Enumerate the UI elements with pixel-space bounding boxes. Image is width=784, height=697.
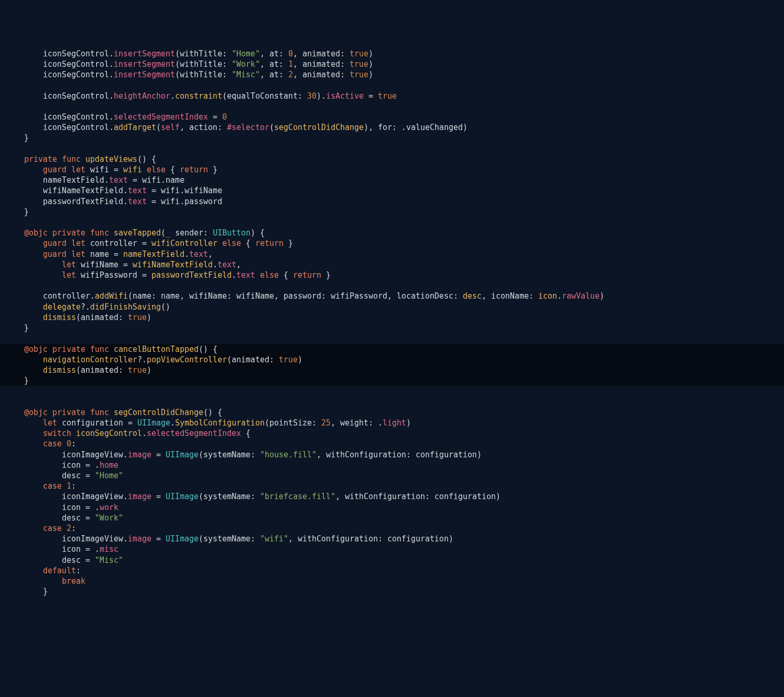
code-line: } [0, 207, 34, 217]
code-line [0, 397, 15, 407]
code-line: dismiss(animated: true) [0, 365, 157, 375]
code-line: controller.addWifi(name: name, wifiName:… [0, 291, 610, 301]
code-line: icon = .misc [0, 545, 124, 554]
code-line [0, 102, 15, 111]
code-line: let wifiName = wifiNameTextField.text, [0, 260, 247, 269]
code-line: } [0, 587, 53, 596]
code-line: icon = .work [0, 503, 124, 512]
code-line: wifiNameTextField.text = wifi.wifiName [0, 186, 227, 195]
code-line: case 2: [0, 524, 81, 533]
code-line: @objc private func cancelButtonTapped() … [0, 345, 223, 354]
code-line: let wifiPassword = passwordTextField.tex… [0, 270, 336, 280]
code-line: guard let wifi = wifi else { return } [0, 165, 223, 174]
code-line: guard let controller = wifiController el… [0, 239, 298, 248]
code-line: desc = "Home" [0, 471, 128, 480]
code-line: let configuration = UIImage.SymbolConfig… [0, 418, 416, 428]
code-line: } [0, 376, 34, 385]
code-line: @objc private func segControlDidChange()… [0, 408, 227, 417]
code-line [0, 281, 15, 290]
code-line: nameTextField.text = wifi.name [0, 175, 190, 185]
code-line: } [0, 133, 34, 143]
code-line: desc = "Work" [0, 513, 128, 523]
code-line: case 1: [0, 481, 81, 491]
code-line: break [0, 576, 91, 586]
code-line: iconImageView.image = UIImage(systemName… [0, 450, 487, 459]
code-line [0, 334, 15, 343]
highlighted-region: @objc private func cancelButtonTapped() … [0, 344, 784, 386]
code-line: private func updateViews() { [0, 155, 161, 164]
code-line [0, 218, 15, 227]
code-line: default: [0, 566, 86, 575]
code-line: passwordTextField.text = wifi.password [0, 197, 227, 206]
code-line: iconSegControl.addTarget(self, action: #… [0, 123, 473, 132]
code-line [0, 80, 15, 90]
code-line: iconImageView.image = UIImage(systemName… [0, 492, 506, 501]
code-line: navigationController?.popViewController(… [0, 355, 308, 364]
code-line: } [0, 323, 34, 333]
code-line: case 0: [0, 439, 81, 448]
code-line: iconSegControl.insertSegment(withTitle: … [0, 49, 378, 58]
code-line: @objc private func saveTapped(_ sender: … [0, 228, 270, 238]
code-line: iconSegControl.selectedSegmentIndex = 0 [0, 112, 232, 122]
code-line: delegate?.didFinishSaving() [0, 302, 175, 312]
code-line: guard let name = nameTextField.text, [0, 250, 218, 259]
code-line: dismiss(animated: true) [0, 313, 157, 322]
code-editor[interactable]: iconSegControl.insertSegment(withTitle: … [0, 49, 784, 597]
code-line: iconSegControl.insertSegment(withTitle: … [0, 70, 378, 79]
code-line [0, 144, 15, 153]
code-line: iconSegControl.insertSegment(withTitle: … [0, 60, 378, 69]
code-line: switch iconSegControl.selectedSegmentInd… [0, 429, 256, 438]
code-line: iconImageView.image = UIImage(systemName… [0, 534, 459, 544]
code-line: iconSegControl.heightAnchor.constraint(e… [0, 91, 402, 101]
code-line: desc = "Misc" [0, 556, 128, 565]
code-line: icon = .home [0, 460, 124, 470]
